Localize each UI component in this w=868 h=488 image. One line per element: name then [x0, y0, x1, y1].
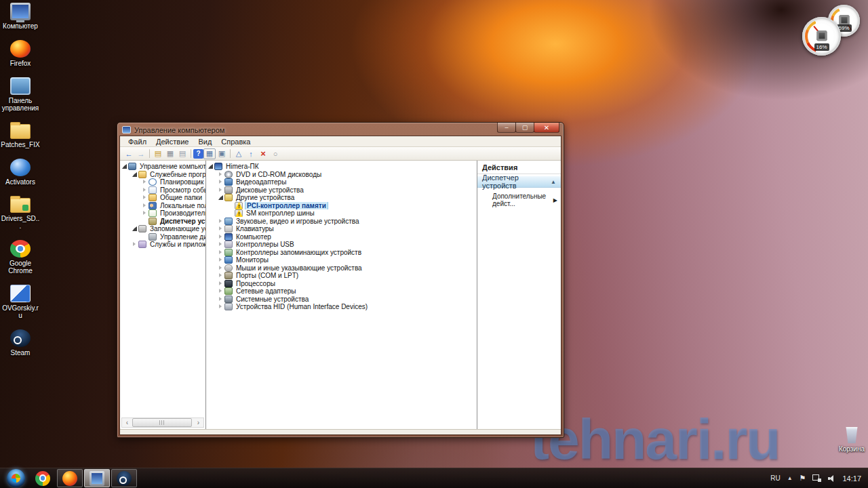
- toolbar-button[interactable]: [216, 148, 228, 159]
- menu-item[interactable]: Файл: [123, 137, 151, 146]
- window-titlebar[interactable]: Управление компьютером – ▢ ✕: [119, 123, 561, 136]
- device-tree-row[interactable]: Мониторы: [206, 256, 477, 264]
- desktop-icon[interactable]: Firefox: [0, 40, 41, 67]
- desktop-icon[interactable]: Steam: [0, 329, 41, 357]
- action-center-flag-icon[interactable]: ⚑: [800, 474, 806, 483]
- device-tree-row[interactable]: Компьютер: [206, 233, 477, 241]
- close-button[interactable]: ✕: [534, 123, 559, 133]
- toolbar-button[interactable]: [176, 148, 189, 159]
- tree-expander-icon[interactable]: [218, 226, 224, 232]
- toolbar-button[interactable]: [123, 148, 135, 159]
- volume-icon[interactable]: [828, 475, 835, 482]
- device-tree-row[interactable]: Видеоадаптеры: [206, 178, 477, 186]
- hidden-icons-arrow-icon[interactable]: ▲: [787, 475, 793, 481]
- device-tree-row[interactable]: Другие устройства: [206, 194, 477, 202]
- taskbar-button[interactable]: [57, 469, 83, 487]
- console-tree-row[interactable]: Планировщик заданий: [120, 178, 205, 186]
- taskbar-button[interactable]: [30, 469, 56, 487]
- toolbar-button[interactable]: [149, 149, 150, 158]
- toolbar-button[interactable]: [164, 148, 176, 159]
- minimize-button[interactable]: –: [497, 123, 516, 133]
- device-tree-row[interactable]: Дисковые устройства: [206, 186, 477, 195]
- toolbar-button[interactable]: [152, 148, 164, 159]
- console-tree-row[interactable]: Запоминающие устройства: [120, 225, 205, 233]
- tree-expander-icon[interactable]: [218, 249, 224, 256]
- toolbar-button[interactable]: [191, 149, 191, 158]
- device-tree-row[interactable]: Процессоры: [206, 280, 477, 288]
- device-tree-row[interactable]: Порты (COM и LPT): [206, 272, 477, 280]
- toolbar-button[interactable]: [233, 148, 245, 159]
- toolbar-button[interactable]: [245, 148, 257, 159]
- device-tree-row[interactable]: Клавиатуры: [206, 225, 477, 233]
- desktop-icon[interactable]: Patches_FIX: [0, 122, 41, 148]
- collapse-chevron-icon[interactable]: ▲: [551, 179, 556, 185]
- menu-item[interactable]: Справка: [216, 137, 255, 146]
- tree-expander-icon[interactable]: [218, 296, 224, 302]
- desktop-icon[interactable]: Drivers_SD...: [0, 196, 41, 230]
- device-tree-row[interactable]: DVD и CD-ROM дисководы: [206, 171, 477, 179]
- device-tree-row[interactable]: Himera-ПК: [206, 163, 477, 171]
- menu-item[interactable]: Действие: [151, 137, 193, 146]
- tree-expander-icon[interactable]: [218, 257, 224, 263]
- console-tree-row[interactable]: Управление дисками: [120, 233, 205, 241]
- tree-expander-icon[interactable]: [218, 288, 224, 294]
- tree-expander-icon[interactable]: [132, 226, 138, 232]
- tree-expander-icon[interactable]: [218, 195, 224, 201]
- actions-more-item[interactable]: Дополнительные дейст... ▶: [477, 188, 561, 207]
- tree-expander-icon[interactable]: [218, 265, 224, 271]
- console-tree-row[interactable]: Управление компьютером (лока: [120, 163, 205, 171]
- device-tree-row[interactable]: Контроллеры USB: [206, 241, 477, 249]
- desktop-icon[interactable]: OVGorskiy.ru: [0, 285, 41, 319]
- toolbar-button[interactable]: [269, 148, 281, 159]
- cpu-meter-gadget[interactable]: 16%: [802, 17, 841, 56]
- taskbar-button[interactable]: [84, 469, 110, 487]
- toolbar-button[interactable]: [193, 149, 203, 159]
- tree-expander-icon[interactable]: [218, 234, 224, 240]
- network-icon[interactable]: [812, 474, 821, 482]
- tree-expander-icon[interactable]: [218, 241, 224, 247]
- console-tree-row[interactable]: Службы и приложения: [120, 241, 205, 249]
- tree-expander-icon[interactable]: [218, 218, 224, 224]
- tree-expander-icon[interactable]: [142, 210, 148, 216]
- tree-expander-icon[interactable]: [218, 171, 224, 178]
- tree-expander-icon[interactable]: [218, 304, 224, 310]
- tree-expander-icon[interactable]: [132, 171, 138, 178]
- device-tree-row[interactable]: PCI-контроллер памяти: [206, 202, 477, 210]
- actions-group-bar[interactable]: Диспетчер устройств ▲: [477, 176, 561, 188]
- tree-expander-icon[interactable]: [228, 210, 234, 216]
- horizontal-scrollbar[interactable]: ‹ ›: [121, 418, 204, 428]
- tree-expander-icon[interactable]: [142, 179, 148, 185]
- device-tree-row[interactable]: Системные устройства: [206, 296, 477, 304]
- toolbar-button[interactable]: [135, 148, 147, 159]
- menu-item[interactable]: Вид: [193, 137, 216, 146]
- tree-expander-icon[interactable]: [121, 163, 127, 169]
- scroll-right-arrow-icon[interactable]: ›: [193, 418, 203, 427]
- console-tree-row[interactable]: Производительность: [120, 209, 205, 218]
- tree-expander-icon[interactable]: [142, 218, 148, 224]
- toolbar-button[interactable]: [230, 149, 231, 158]
- tree-expander-icon[interactable]: [218, 187, 224, 193]
- device-tree-row[interactable]: Мыши и иные указывающие устройства: [206, 264, 477, 272]
- scroll-left-arrow-icon[interactable]: ‹: [122, 418, 132, 427]
- device-tree-row[interactable]: Контроллеры запоминающих устройств: [206, 249, 477, 257]
- device-tree-row[interactable]: SM контроллер шины: [206, 209, 477, 218]
- language-indicator[interactable]: RU: [770, 474, 780, 482]
- taskbar-button[interactable]: [3, 469, 28, 487]
- scrollbar-thumb[interactable]: [132, 418, 192, 427]
- console-tree-row[interactable]: Общие папки: [120, 194, 205, 202]
- device-tree-row[interactable]: Звуковые, видео и игровые устройства: [206, 218, 477, 226]
- tree-expander-icon[interactable]: [218, 272, 224, 279]
- tree-expander-icon[interactable]: [228, 203, 234, 209]
- desktop-icon[interactable]: Activators: [0, 159, 41, 186]
- tree-expander-icon[interactable]: [132, 241, 138, 247]
- tree-expander-icon[interactable]: [142, 187, 148, 193]
- clock[interactable]: 14:17: [842, 474, 861, 483]
- desktop-icon[interactable]: Google Chrome: [0, 240, 41, 274]
- desktop-icon[interactable]: Панель управления: [0, 77, 41, 112]
- desktop-icon[interactable]: Компьютер: [0, 3, 41, 30]
- console-tree-row[interactable]: Служебные программы: [120, 171, 205, 179]
- toolbar-button[interactable]: [257, 148, 269, 159]
- toolbar-button[interactable]: [203, 148, 216, 159]
- taskbar-button[interactable]: [111, 469, 137, 487]
- tree-expander-icon[interactable]: [218, 179, 224, 185]
